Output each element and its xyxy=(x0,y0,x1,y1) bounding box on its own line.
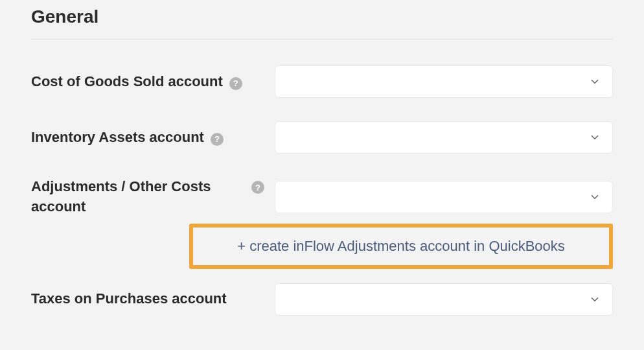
cogs-label: Cost of Goods Sold account xyxy=(31,72,223,92)
chevron-down-icon xyxy=(589,76,601,88)
chevron-down-icon xyxy=(589,132,601,143)
inventory-label: Inventory Assets account xyxy=(31,128,204,148)
help-icon[interactable]: ? xyxy=(211,133,224,146)
taxes-label-wrap: Taxes on Purchases account xyxy=(31,289,275,309)
help-icon[interactable]: ? xyxy=(229,77,242,90)
create-adjustments-link[interactable]: + create inFlow Adjustments account in Q… xyxy=(237,238,565,254)
callout-row: + create inFlow Adjustments account in Q… xyxy=(31,224,613,269)
adjustments-row: Adjustments / Other Costs account ? xyxy=(31,177,613,217)
section-title: General xyxy=(31,6,613,39)
inventory-row: Inventory Assets account ? xyxy=(31,121,613,154)
inventory-label-wrap: Inventory Assets account ? xyxy=(31,128,275,148)
taxes-select[interactable] xyxy=(275,283,613,316)
adjustments-label: Adjustments / Other Costs account xyxy=(31,177,245,217)
section-divider xyxy=(31,39,613,40)
chevron-down-icon xyxy=(589,294,601,305)
help-icon[interactable]: ? xyxy=(251,181,264,194)
adjustments-label-wrap: Adjustments / Other Costs account ? xyxy=(31,177,275,217)
callout-box: + create inFlow Adjustments account in Q… xyxy=(189,224,613,269)
inventory-select[interactable] xyxy=(275,121,613,154)
cogs-label-wrap: Cost of Goods Sold account ? xyxy=(31,72,275,92)
taxes-label: Taxes on Purchases account xyxy=(31,289,227,309)
callout-spacer xyxy=(31,224,189,269)
taxes-row: Taxes on Purchases account xyxy=(31,283,613,316)
adjustments-select[interactable] xyxy=(275,181,613,213)
general-section: General Cost of Goods Sold account ? Inv… xyxy=(31,6,613,316)
cogs-row: Cost of Goods Sold account ? xyxy=(31,65,613,98)
cogs-select[interactable] xyxy=(275,65,613,98)
chevron-down-icon xyxy=(589,191,601,203)
